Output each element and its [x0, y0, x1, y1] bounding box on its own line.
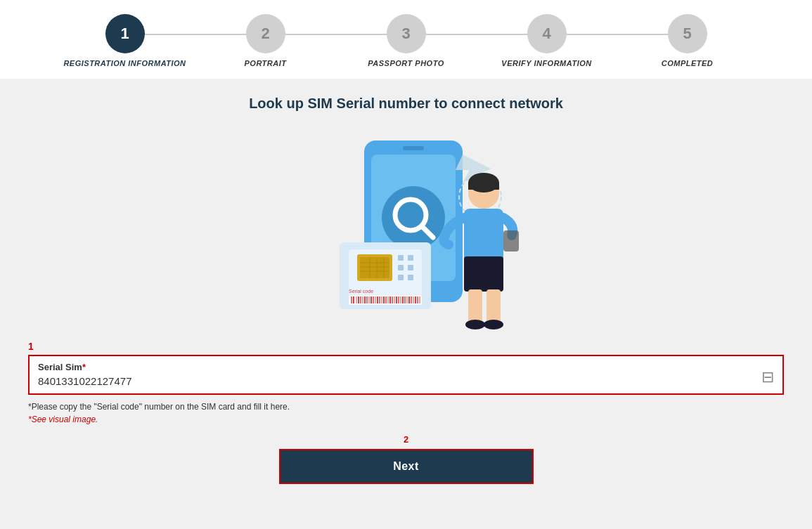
serial-sim-label: Serial Sim* [38, 362, 774, 372]
section-1-number: 1 [28, 341, 784, 352]
svg-rect-22 [408, 265, 413, 270]
step-2: 2 PORTRAIT [195, 14, 336, 67]
svg-rect-65 [503, 230, 519, 252]
page-title: Look up SIM Serial number to connect net… [28, 96, 784, 112]
svg-rect-64 [464, 256, 503, 292]
serial-sim-field-wrapper: Serial Sim* ⊟ [28, 355, 784, 395]
step-4-label: VERIFY INFORMATION [501, 59, 591, 67]
helper-text-serial-code: *Please copy the "Serial code" number on… [28, 402, 784, 412]
svg-text:Serial code: Serial code [349, 289, 373, 294]
step-3: 3 PASSPORT PHOTO [336, 14, 477, 67]
svg-point-68 [465, 320, 485, 329]
illustration-area: Serial code [28, 123, 784, 334]
section-2-number: 2 [404, 434, 408, 445]
step-5-label: COMPLETED [662, 59, 714, 67]
stepper-inner: 1 REGISTRATION INFORMATION 2 PORTRAIT 3 … [55, 14, 758, 67]
step-3-circle: 3 [387, 14, 426, 53]
sim-illustration: Serial code [273, 126, 540, 330]
page-wrapper: 1 REGISTRATION INFORMATION 2 PORTRAIT 3 … [0, 0, 812, 529]
step-1: 1 REGISTRATION INFORMATION [55, 14, 195, 67]
svg-rect-24 [408, 275, 413, 280]
step-2-label: PORTRAIT [244, 59, 286, 67]
serial-sim-input[interactable] [38, 375, 774, 387]
svg-point-69 [484, 320, 503, 329]
svg-rect-2 [403, 146, 424, 150]
svg-rect-67 [486, 289, 501, 325]
step-1-circle: 1 [105, 14, 145, 53]
svg-rect-62 [468, 183, 499, 190]
barcode-scanner-icon: ⊟ [761, 368, 774, 386]
next-button[interactable]: Next [279, 449, 534, 484]
main-content: Look up SIM Serial number to connect net… [0, 79, 812, 498]
step-4-circle: 4 [527, 14, 567, 53]
step-3-label: PASSPORT PHOTO [368, 59, 444, 67]
svg-rect-21 [398, 265, 404, 270]
step-2-circle: 2 [246, 14, 285, 53]
step-1-label: REGISTRATION INFORMATION [63, 59, 186, 67]
svg-rect-19 [398, 255, 404, 261]
svg-rect-20 [408, 255, 413, 261]
button-section: 2 Next [28, 434, 784, 484]
svg-point-3 [382, 186, 445, 249]
helper-text-see-image: *See visual image. [28, 414, 784, 424]
step-5-circle: 5 [668, 14, 707, 53]
svg-rect-12 [360, 257, 389, 278]
step-5: 5 COMPLETED [617, 14, 758, 67]
stepper: 1 REGISTRATION INFORMATION 2 PORTRAIT 3 … [0, 0, 812, 79]
svg-rect-23 [398, 275, 404, 280]
svg-rect-66 [468, 289, 482, 325]
step-4: 4 VERIFY INFORMATION [477, 14, 617, 67]
